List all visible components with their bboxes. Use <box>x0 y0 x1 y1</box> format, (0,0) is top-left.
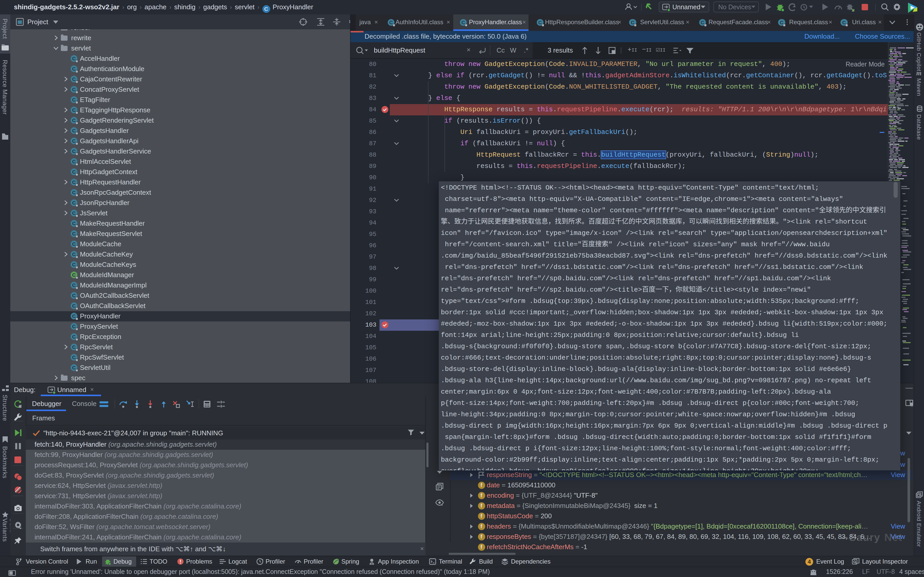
svg-text:No Devices: No Devices <box>718 3 751 11</box>
svg-text:Unnamed: Unnamed <box>672 3 700 11</box>
